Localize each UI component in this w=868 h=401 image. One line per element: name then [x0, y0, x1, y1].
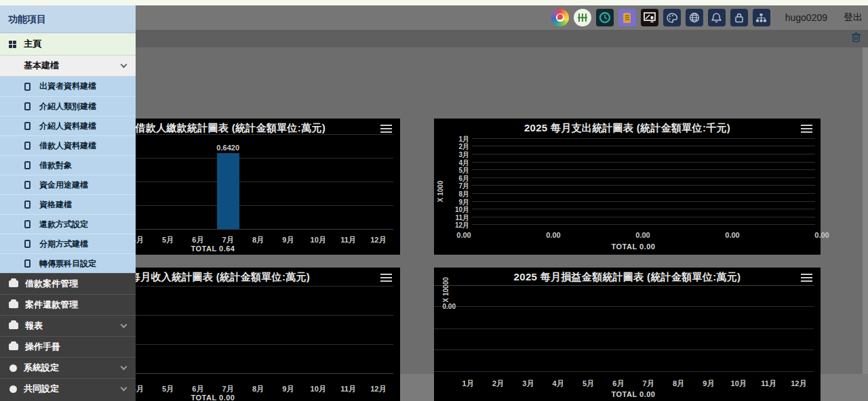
topbar-icons	[547, 9, 770, 26]
x-tick-label: 7月	[633, 379, 663, 389]
sidebar-subitem[interactable]: 分期方式建檔	[0, 234, 136, 253]
x-tick-label: 0.00	[807, 231, 837, 239]
x-tick-label: 5月	[153, 235, 182, 245]
chevron-down-icon	[121, 385, 127, 392]
x-tick-label: 0.00	[538, 231, 568, 239]
sidebar-subitem-label: 分期方式建檔	[39, 238, 88, 250]
sidebar-subitem[interactable]: 還款方式設定	[0, 214, 136, 234]
x-tick-label: 9月	[694, 379, 724, 389]
gear-icon	[9, 385, 17, 393]
palette-icon[interactable]	[663, 9, 681, 26]
x-tick-label: 7月	[213, 235, 243, 245]
sidebar-title: 功能項目	[0, 5, 136, 33]
app-logo-icon[interactable]	[551, 9, 569, 26]
x-tick-label: 8月	[243, 235, 273, 245]
sidebar-item-label: 主頁	[24, 38, 41, 50]
x-tick-label: 10月	[303, 384, 333, 394]
bank-logo-icon[interactable]	[574, 9, 591, 26]
top-strip	[0, 0, 868, 5]
presentation-icon[interactable]	[641, 9, 658, 26]
sidebar-item-label: 共同設定	[24, 383, 59, 395]
form-icon	[24, 161, 31, 169]
x-tick-label: 0.00	[449, 231, 479, 239]
sidebar-item[interactable]: 操作手冊	[0, 336, 136, 357]
x-tick-label: 0.00	[628, 231, 658, 239]
data-label: 0.6420	[208, 144, 248, 152]
chart-monthly-profit-loss: 2025 每月損益金額統計圖表 (統計金額單位:萬元) 1月2月3月4月5月6月…	[434, 268, 821, 401]
gear-icon	[9, 364, 17, 372]
x-tick-label: 11月	[333, 235, 363, 245]
sidebar-subitem[interactable]: 借款對象	[0, 155, 136, 175]
x-tick-label: 1月	[453, 379, 483, 389]
sidebar-item[interactable]: 系統設定	[0, 357, 136, 378]
sidebar-subitem[interactable]: 資金用途建檔	[0, 175, 136, 194]
scrollbar[interactable]	[863, 47, 868, 374]
chart-plot: 1月2月3月4月5月6月7月8月9月10月11月12月0.00X 10000TO…	[434, 268, 821, 401]
briefcase-icon	[9, 343, 18, 350]
form-icon	[24, 200, 31, 209]
chevron-down-icon	[121, 364, 127, 371]
x-tick-label: 9月	[273, 384, 303, 394]
form-icon	[24, 240, 31, 248]
sidebar-main-menu: 借款案件管理案件還款管理報表操作手冊系統設定共同設定	[0, 273, 136, 399]
bell-icon[interactable]	[708, 9, 726, 26]
sidebar-group-basic-files[interactable]: 基本建檔	[0, 56, 136, 77]
axis-unit-label: X 10000	[442, 269, 450, 303]
sidebar-item[interactable]: 案件還款管理	[0, 294, 136, 315]
x-tick-label: 2月	[483, 379, 513, 389]
logout-button[interactable]: 登出	[844, 12, 863, 24]
clock-icon[interactable]	[596, 9, 614, 26]
sitemap-icon[interactable]	[753, 9, 770, 26]
sidebar-subitem-label: 出資者資料建檔	[39, 81, 96, 92]
sidebar-subitem-label: 資金用途建檔	[39, 180, 88, 191]
form-icon	[24, 122, 31, 130]
sidebar-subitem-label: 借款對象	[39, 160, 72, 171]
sidebar-subitem[interactable]: 借款人資料建檔	[0, 135, 136, 155]
x-tick-label: 10月	[724, 379, 753, 389]
form-icon	[24, 220, 31, 228]
sidebar-item-label: 操作手冊	[25, 341, 60, 353]
x-tick-label: 5月	[573, 379, 603, 389]
x-tick-label: 8月	[243, 384, 273, 394]
x-tick-label: 6月	[183, 384, 213, 394]
x-tick-label: 10月	[303, 235, 333, 245]
globe-icon[interactable]	[686, 9, 703, 26]
sidebar-item-label: 借款案件管理	[25, 278, 78, 290]
sidebar-subitem[interactable]: 轉傳票科目設定	[0, 253, 136, 273]
username-label: hugo0209	[785, 12, 827, 23]
form-icon	[24, 181, 31, 189]
x-tick-label: 5月	[153, 384, 182, 394]
sidebar: 功能項目 主頁 基本建檔 出資者資料建檔介紹人類別建檔介紹人資料建檔借款人資料建…	[0, 5, 136, 401]
sidebar-item[interactable]: 借款案件管理	[0, 273, 136, 294]
x-tick-label: 12月	[363, 384, 393, 394]
x-tick-label: 11月	[333, 384, 363, 394]
scroll-icon[interactable]	[618, 9, 636, 26]
sidebar-item-label: 案件還款管理	[25, 299, 78, 311]
form-icon	[24, 102, 31, 110]
form-icon	[24, 83, 31, 91]
sidebar-item-home[interactable]: 主頁	[0, 33, 136, 56]
x-tick-label: 11月	[753, 379, 783, 389]
sidebar-submenu: 出資者資料建檔介紹人類別建檔介紹人資料建檔借款人資料建檔借款對象資金用途建檔資格…	[0, 77, 136, 273]
briefcase-icon	[9, 322, 18, 329]
sidebar-subitem[interactable]: 介紹人資料建檔	[0, 116, 136, 135]
total-label: TOTAL 0.00	[453, 390, 814, 398]
sidebar-item[interactable]: 共同設定	[0, 378, 136, 399]
sidebar-subitem[interactable]: 資格建檔	[0, 194, 136, 214]
x-tick-label: 0.00	[717, 231, 747, 239]
bar	[217, 153, 239, 229]
sidebar-group-label: 基本建檔	[24, 60, 59, 72]
x-tick-label: 6月	[604, 379, 633, 389]
sidebar-subitem[interactable]: 介紹人類別建檔	[0, 96, 136, 116]
sidebar-item-label: 報表	[25, 320, 43, 332]
trash-icon[interactable]	[851, 32, 861, 45]
x-tick-label: 9月	[273, 235, 303, 245]
sidebar-subitem[interactable]: 出資者資料建檔	[0, 77, 136, 96]
sidebar-subitem-label: 介紹人類別建檔	[39, 101, 96, 112]
sidebar-item[interactable]: 報表	[0, 315, 136, 336]
lock-icon[interactable]	[730, 9, 748, 26]
total-label: TOTAL 0.00	[453, 242, 814, 251]
page: hugo0209 登出 2025 每月借款人繳款統計圖表 (統計金額單位:萬元)…	[0, 0, 868, 401]
chart-monthly-expense: 2025 每月支出統計圖表 (統計金額單位:千元) 1月2月3月4月5月6月7月…	[434, 119, 821, 255]
axis-unit-label: X 1000	[437, 168, 444, 202]
